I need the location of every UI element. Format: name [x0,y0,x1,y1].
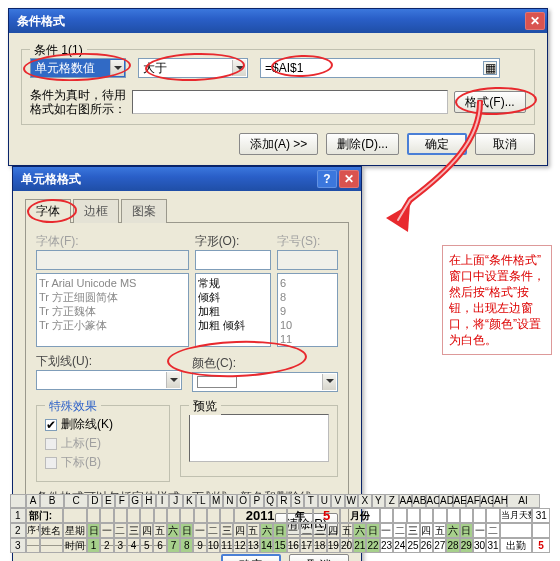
tab-border[interactable]: 边框 [73,199,119,223]
row-header[interactable]: 2 [10,523,26,538]
col-header[interactable]: K [183,494,197,508]
day-cell: 10 [207,538,220,553]
day-cell: 14 [260,538,273,553]
cancel-button[interactable]: 取消 [475,133,535,155]
underline-label: 下划线(U): [36,353,182,370]
font-listbox[interactable]: Tr Arial Unicode MS Tr 方正细圆简体 Tr 方正魏体 Tr… [36,273,189,347]
weekday-cell: 日 [180,523,193,538]
col-header[interactable]: AB [412,494,426,508]
weekday-cell: 一 [380,523,393,538]
col-header[interactable]: AE [453,494,467,508]
add-button[interactable]: 添加(A) >> [239,133,318,155]
col-header[interactable]: F [115,494,129,508]
color-select[interactable] [192,372,338,392]
tab-pattern[interactable]: 图案 [121,199,167,223]
weekday-cell: 一 [100,523,113,538]
day-cell: 12 [233,538,246,553]
size-input[interactable] [277,250,338,270]
col-header[interactable]: AH [493,494,507,508]
col-header[interactable]: N [223,494,237,508]
col-header[interactable]: Q [264,494,278,508]
ok-button[interactable]: 确定 [407,133,467,155]
weekday-cell: 一 [287,523,300,538]
col-header[interactable]: A [26,494,40,508]
condition-type-select[interactable]: 单元格数值 [30,58,126,78]
weekday-cell: 五 [340,523,353,538]
weekday-cell: 四 [420,523,433,538]
style-input[interactable] [195,250,271,270]
font-input[interactable] [36,250,189,270]
col-header[interactable]: G [129,494,143,508]
col-header[interactable]: I [156,494,170,508]
col-header[interactable]: AA [399,494,413,508]
weekday-cell: 三 [406,523,419,538]
col-header[interactable]: AI [507,494,540,508]
col-header[interactable]: AG [480,494,494,508]
spreadsheet-preview: ABCDEFGHIJKLMNOPQRSTUVWXYZAAABACADAEAFAG… [10,494,550,553]
weekday-cell: 三 [313,523,326,538]
col-header[interactable]: E [102,494,116,508]
col-header[interactable]: L [196,494,210,508]
tabs: 字体 边框 图案 [25,199,349,223]
col-header[interactable]: W [345,494,359,508]
day-cell: 30 [473,538,486,553]
col-header[interactable]: P [250,494,264,508]
col-header[interactable]: O [237,494,251,508]
day-cell: 23 [380,538,393,553]
col-header[interactable]: X [358,494,372,508]
day-cell: 21 [353,538,366,553]
col-header[interactable]: AD [439,494,453,508]
close-icon[interactable]: ✕ [339,170,359,188]
col-header[interactable]: Z [385,494,399,508]
weekday-cell: 六 [353,523,366,538]
strikethrough-checkbox[interactable]: ✔删除线(K) [45,416,161,433]
weekday-cell: 四 [327,523,340,538]
col-header[interactable]: B [40,494,64,508]
delete-button[interactable]: 删除(D)... [326,133,399,155]
range-picker-icon[interactable]: ▦ [483,61,497,75]
col-header[interactable]: S [291,494,305,508]
col-header[interactable]: V [331,494,345,508]
day-cell: 18 [313,538,326,553]
col-header[interactable]: R [277,494,291,508]
cancel-button[interactable]: 取消 [289,554,349,561]
weekday-cell: 日 [87,523,100,538]
day-cell: 22 [366,538,379,553]
title: 单元格格式 [21,171,81,188]
ok-button[interactable]: 确定 [221,554,281,561]
day-cell: 15 [273,538,286,553]
col-header[interactable]: T [304,494,318,508]
style-listbox[interactable]: 常规 倾斜 加粗 加粗 倾斜 [195,273,271,347]
col-header[interactable]: Y [372,494,386,508]
weekday-cell: 六 [260,523,273,538]
col-header[interactable]: H [142,494,156,508]
titlebar-conditional-format[interactable]: 条件格式 ✕ [9,9,547,33]
year-label: 年 [287,508,314,523]
tab-font[interactable]: 字体 [25,199,71,223]
year-value: 2011 [234,508,287,523]
col-header[interactable]: D [88,494,102,508]
help-icon[interactable]: ? [317,170,337,188]
formula-input[interactable]: =$AI$1 ▦ [260,58,500,78]
format-button[interactable]: 格式(F)... [454,91,526,113]
col-header[interactable]: C [64,494,88,508]
size-listbox[interactable]: 6 8 9 10 11 [277,273,338,347]
col-header[interactable]: U [318,494,332,508]
day-cell: 5 [140,538,153,553]
col-header[interactable]: AF [466,494,480,508]
condition-1-legend: 条件 1(1) [30,42,87,59]
col-header[interactable]: J [169,494,183,508]
day-cell: 9 [193,538,206,553]
format-preview [132,90,448,114]
close-icon[interactable]: ✕ [525,12,545,30]
row-header[interactable]: 1 [10,508,26,523]
col-header[interactable]: M [210,494,224,508]
operator-select[interactable]: 大于 [138,58,248,78]
col-header[interactable]: AC [426,494,440,508]
weekday-cell: 五 [153,523,166,538]
titlebar-cell-format[interactable]: 单元格格式 ? ✕ [13,167,361,191]
underline-select[interactable] [36,370,182,390]
size-label: 字号(S): [277,233,338,250]
day-cell: 13 [247,538,260,553]
row-header[interactable]: 3 [10,538,26,553]
